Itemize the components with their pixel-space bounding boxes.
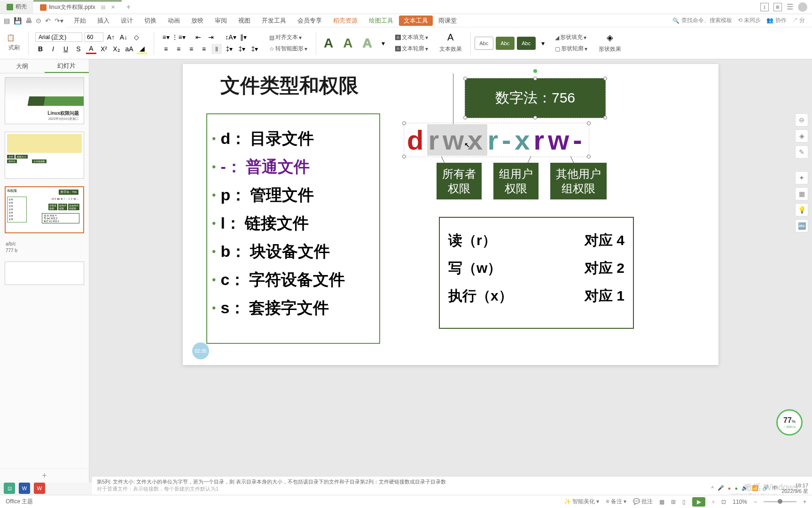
sidebar-tab-outline[interactable]: 大纲: [0, 59, 45, 73]
align-text-btn[interactable]: ▤ 对齐文本▾: [267, 32, 309, 42]
label-group[interactable]: 组用户 权限: [493, 163, 539, 199]
tray-ime[interactable]: 中: [773, 484, 778, 492]
shape-effect-btn[interactable]: 形状效果: [597, 44, 623, 54]
underline-icon[interactable]: U: [61, 44, 71, 54]
shape-outline-btn[interactable]: ▢ 形状轮廓▾: [553, 44, 589, 54]
slide-thumb-3[interactable]: 和权限 数字法：756 文件文件文件文件文件文件文件 d r w x r - x…: [5, 186, 84, 233]
slide-thumb-4[interactable]: [5, 262, 84, 285]
text-fill-btn[interactable]: 🅰 文本填充▾: [393, 32, 430, 42]
tray-up-icon[interactable]: ^: [711, 485, 714, 491]
bullets-icon[interactable]: ≡▾: [161, 32, 171, 42]
tab-add-button[interactable]: +: [122, 3, 135, 11]
shapestyle-2[interactable]: Abc: [496, 37, 515, 50]
shapestyle-more[interactable]: ▾: [538, 38, 548, 48]
text-effect-btn[interactable]: 文本效果: [437, 44, 464, 54]
textstyle-1[interactable]: A: [320, 36, 337, 51]
taskbar-vm-icon[interactable]: ⊡: [4, 483, 15, 494]
align-right-icon[interactable]: ≡: [186, 44, 196, 54]
superscript-icon[interactable]: X²: [99, 44, 109, 54]
view-sorter-icon[interactable]: ⊞: [671, 499, 676, 505]
textstyle-3[interactable]: A: [359, 36, 375, 51]
redo-icon[interactable]: ↷▾: [55, 16, 63, 25]
change-case-icon[interactable]: aA: [124, 44, 134, 54]
beautify-button[interactable]: ✨ 智能美化 ▾: [564, 498, 600, 506]
increase-font-icon[interactable]: A↑: [106, 32, 116, 42]
align-center-icon[interactable]: ≡: [173, 44, 184, 54]
filetype-box[interactable]: •d：目录文件 •-：普通文件 •p：管理文件 •l：链接文件 •b：块设备文件…: [206, 113, 380, 344]
shapestyle-1[interactable]: Abc: [475, 37, 493, 50]
notes-bar[interactable]: 第5列: 文件大小: 文件大小的单位为字节，若为一个目录，则 表示目录本身的大小…: [92, 476, 812, 495]
rotate-handle[interactable]: [533, 69, 537, 73]
menu-drawtools[interactable]: 绘图工具: [363, 14, 399, 27]
format-brush[interactable]: 式刷: [7, 43, 22, 53]
tray-volume-icon[interactable]: 🔊: [742, 485, 748, 491]
taskbar-word-icon[interactable]: W: [19, 483, 30, 494]
tray-app2-icon[interactable]: ●: [734, 485, 738, 491]
tray-link-icon[interactable]: 🔗: [762, 485, 769, 491]
spacing3-icon[interactable]: ‡▾: [250, 44, 260, 54]
text-outline-btn[interactable]: 🅰 文本轮廓▾: [393, 44, 430, 54]
menu-start[interactable]: 开始: [68, 14, 92, 27]
align-justify-icon[interactable]: ≡: [199, 44, 209, 54]
file-icon[interactable]: ▤: [4, 16, 10, 25]
menu-vip[interactable]: 会员专享: [292, 14, 328, 27]
save-icon[interactable]: 💾: [14, 16, 22, 25]
menu-icon[interactable]: ☰: [787, 2, 793, 11]
zoom-slider[interactable]: [764, 501, 796, 502]
menu-slideshow[interactable]: 放映: [186, 14, 209, 27]
tab-collapse-icon[interactable]: ⊟: [101, 4, 105, 10]
textstyle-2[interactable]: A: [339, 36, 356, 51]
label-other[interactable]: 其他用户 组权限: [550, 163, 607, 199]
collapse-icon[interactable]: ⊖: [795, 113, 808, 127]
notes-button[interactable]: ≡ 备注 ▾: [606, 498, 626, 506]
user-avatar[interactable]: [798, 2, 807, 12]
view-normal-icon[interactable]: ▦: [659, 499, 664, 505]
decrease-font-icon[interactable]: A↓: [118, 32, 129, 42]
print-icon[interactable]: 🖶: [25, 16, 32, 25]
undo-icon[interactable]: ↶: [45, 16, 51, 25]
eyedropper-icon[interactable]: ✎: [795, 145, 808, 159]
taskbar-wps-icon[interactable]: W: [34, 483, 45, 494]
align-left-icon[interactable]: ≡: [161, 44, 171, 54]
translate-icon[interactable]: 🔤: [795, 219, 808, 232]
fontcolor-icon[interactable]: A: [86, 44, 96, 54]
menu-review[interactable]: 审阅: [209, 14, 233, 27]
spacing2-icon[interactable]: ‡▾: [237, 44, 247, 54]
fontsize-input[interactable]: [85, 32, 103, 42]
comment-button[interactable]: 💬 批注: [633, 498, 653, 506]
italic-icon[interactable]: I: [48, 44, 58, 54]
idea-icon[interactable]: 💡: [795, 203, 808, 216]
template-icon[interactable]: ▦: [795, 187, 808, 200]
menu-animation[interactable]: 动画: [162, 14, 186, 27]
tab-file[interactable]: linux文件权限.pptx ⊟ ✕: [33, 0, 122, 14]
label-owner[interactable]: 所有者 权限: [437, 163, 482, 199]
spacing-icon[interactable]: ‡▾: [224, 44, 234, 54]
menu-texttools[interactable]: 文本工具: [399, 16, 433, 26]
tab-home[interactable]: 稻壳: [0, 0, 33, 14]
shapestyle-3[interactable]: Abc: [517, 37, 536, 50]
view-mode-1-icon[interactable]: 1: [760, 3, 769, 11]
magic-icon[interactable]: ✦: [795, 171, 808, 184]
share-button[interactable]: ↗ 分: [792, 16, 805, 24]
menu-rainclass[interactable]: 雨课堂: [433, 14, 462, 27]
permission-string[interactable]: d rwx r-x rw- ↖: [404, 123, 589, 157]
numbering-icon[interactable]: ⋮≡▾: [173, 32, 184, 42]
tray-mic-icon[interactable]: 🎤: [718, 485, 724, 491]
menu-resource[interactable]: 稻壳资源: [328, 14, 363, 27]
sidebar-tab-slides[interactable]: 幻灯片: [45, 59, 89, 73]
smart-graphic-btn[interactable]: ☆ 转智能图形▾: [267, 44, 309, 54]
tab-close-icon[interactable]: ✕: [111, 4, 115, 10]
search-box[interactable]: 🔍 查找命令、搜索模板: [672, 16, 732, 24]
slide-thumb-2[interactable]: 文件权限大小 用户名文件链接数: [5, 132, 84, 179]
timer-badge[interactable]: 02:35: [192, 342, 209, 359]
unsync-button[interactable]: ⟲ 未同步: [738, 16, 761, 24]
add-slide-button[interactable]: +: [0, 468, 89, 483]
fit-icon[interactable]: ⊡: [721, 499, 726, 505]
slide[interactable]: 文件类型和权限 •d：目录文件 •-：普通文件 •p：管理文件 •l：链接文件 …: [183, 64, 718, 365]
menu-view[interactable]: 视图: [233, 14, 256, 27]
text-direction-icon[interactable]: ↕A▾: [226, 32, 236, 42]
view-mode-grid-icon[interactable]: ⊞: [773, 3, 782, 11]
strike-icon[interactable]: S: [73, 44, 84, 54]
bold-icon[interactable]: B: [35, 44, 46, 54]
tray-app1-icon[interactable]: ●: [728, 485, 731, 491]
